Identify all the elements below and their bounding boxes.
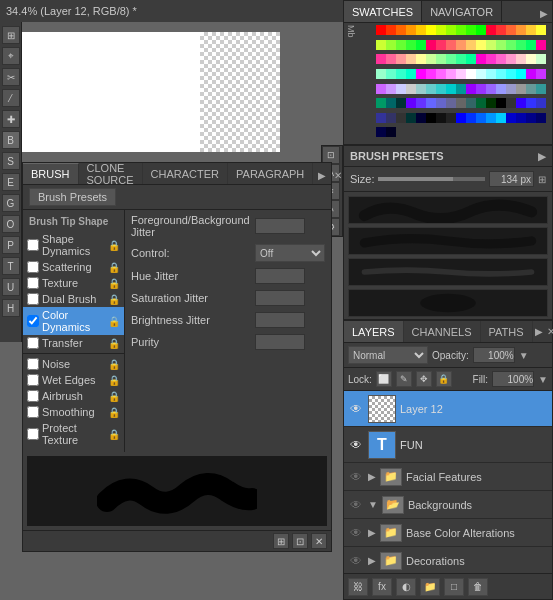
tool-shape[interactable]: U [2,278,20,296]
swatch-color[interactable] [416,98,426,108]
tab-swatches[interactable]: SWATCHES [344,1,422,22]
brush-bottom-icon3[interactable]: ✕ [311,533,327,549]
tool-heal[interactable]: ✚ [2,110,20,128]
opacity-arrow[interactable]: ▼ [519,350,529,361]
swatch-color[interactable] [436,69,446,79]
swatch-color[interactable] [536,84,546,94]
swatch-color[interactable] [476,25,486,35]
swatch-color[interactable] [396,54,406,64]
brush-stroke-3[interactable] [348,258,548,286]
swatch-color[interactable] [486,113,496,123]
tool-lasso[interactable]: ⌖ [2,47,20,65]
swatch-color[interactable] [466,54,476,64]
swatch-color[interactable] [396,84,406,94]
fill-input[interactable] [492,371,534,387]
swatch-color[interactable] [376,84,386,94]
hue-jitter-input[interactable] [255,268,305,284]
swatch-color[interactable] [446,98,456,108]
layers-panel-menu[interactable]: ▶ [535,326,543,337]
swatch-color[interactable] [376,40,386,50]
swatch-color[interactable] [436,84,446,94]
brush-panel-arr[interactable]: ▶ [315,169,329,182]
blend-mode-select[interactable]: Normal [348,346,428,364]
swatch-color[interactable] [516,69,526,79]
swatch-color[interactable] [466,113,476,123]
tool-dodge[interactable]: O [2,215,20,233]
saturation-jitter-input[interactable] [255,290,305,306]
layers-panel-close[interactable]: ✕ [547,326,553,337]
brush-stroke-1[interactable] [348,196,548,224]
swatch-color[interactable] [446,40,456,50]
swatch-color[interactable] [406,98,416,108]
brush-bottom-icon2[interactable]: ⊡ [292,533,308,549]
swatch-color[interactable] [396,69,406,79]
tool-eyedropper[interactable]: ∕ [2,89,20,107]
swatch-color[interactable] [376,25,386,35]
bp-tab-clone[interactable]: CLONE SOURCE [79,163,143,184]
tool-hand[interactable]: H [2,299,20,317]
brush-item-protect-texture[interactable]: Protect Texture 🔒 [23,420,124,448]
layer-group-base-color[interactable]: 👁 ▶ 📁 Base Color Alterations [344,519,552,547]
swatch-color[interactable] [516,113,526,123]
brush-stroke-2[interactable] [348,227,548,255]
swatch-color[interactable] [476,113,486,123]
swatch-color[interactable] [446,113,456,123]
swatch-color[interactable] [506,98,516,108]
brightness-jitter-input[interactable] [255,312,305,328]
brush-presets-btn[interactable]: Brush Presets [29,188,116,206]
swatch-color[interactable] [456,113,466,123]
brush-item-scattering[interactable]: Scattering 🔒 [23,259,124,275]
swatch-color[interactable] [486,98,496,108]
brush-cb-wet[interactable] [27,374,39,386]
arrow-backgrounds[interactable]: ▼ [368,499,378,510]
layer-group-decorations[interactable]: 👁 ▶ 📁 Decorations [344,547,552,575]
lock-transparent-icon[interactable]: ⬜ [376,371,392,387]
swatch-color[interactable] [456,69,466,79]
swatch-color[interactable] [536,113,546,123]
swatch-color[interactable] [506,40,516,50]
swatch-color[interactable] [426,84,436,94]
swatch-color[interactable] [496,69,506,79]
swatch-color[interactable] [536,40,546,50]
brush-cb-protect[interactable] [27,428,39,440]
swatch-color[interactable] [506,25,516,35]
eye-backgrounds[interactable]: 👁 [348,497,364,513]
swatch-color[interactable] [396,98,406,108]
swatch-color[interactable] [426,54,436,64]
swatch-color[interactable] [406,54,416,64]
swatch-color[interactable] [496,113,506,123]
brush-cb-shape[interactable] [27,239,39,251]
brush-cb-air[interactable] [27,390,39,402]
swatch-color[interactable] [526,54,536,64]
tool-crop[interactable]: ✂ [2,68,20,86]
eye-fun[interactable]: 👁 [348,437,364,453]
tool-gradient[interactable]: G [2,194,20,212]
swatch-color[interactable] [526,25,536,35]
opacity-input[interactable] [473,347,515,363]
bp-tab-brush[interactable]: BRUSH [23,163,79,184]
swatch-color[interactable] [436,40,446,50]
swatch-color[interactable] [516,25,526,35]
swatch-color[interactable] [456,40,466,50]
swatch-color[interactable] [376,113,386,123]
swatch-color[interactable] [526,69,536,79]
brush-bottom-icon1[interactable]: ⊞ [273,533,289,549]
swatch-color[interactable] [506,69,516,79]
brush-cb-texture[interactable] [27,277,39,289]
brush-size-slider[interactable] [378,177,485,181]
swatch-color[interactable] [436,25,446,35]
swatch-color[interactable] [436,98,446,108]
delete-layer-icon[interactable]: 🗑 [468,578,488,596]
link-icon[interactable]: ⛓ [348,578,368,596]
brush-cb-smooth[interactable] [27,406,39,418]
brush-item-color-dynamics[interactable]: Color Dynamics 🔒 [23,307,124,335]
tab-paths[interactable]: PATHS [481,321,533,342]
brush-item-wet-edges[interactable]: Wet Edges 🔒 [23,372,124,388]
brush-size-icon[interactable]: ⊞ [538,174,546,185]
swatch-color[interactable] [376,54,386,64]
control-select[interactable]: Off [255,244,325,262]
swatch-color[interactable] [476,98,486,108]
swatch-color[interactable] [476,84,486,94]
swatch-color[interactable] [416,54,426,64]
swatch-color[interactable] [376,127,386,137]
